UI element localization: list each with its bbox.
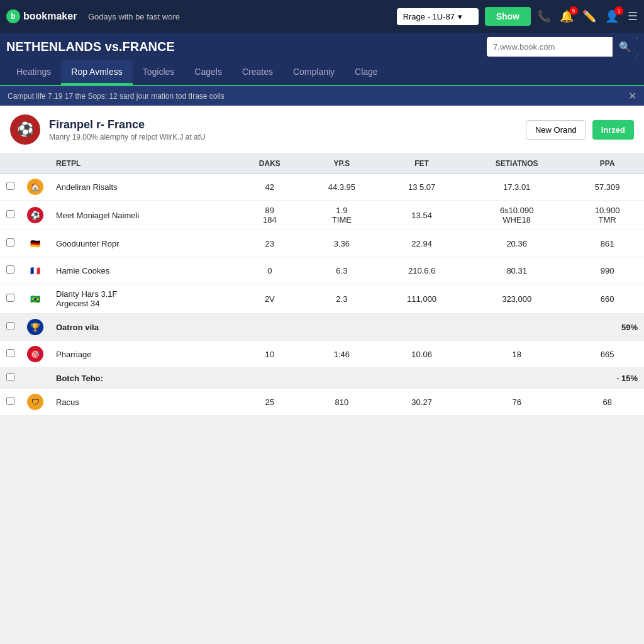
cell-ppa: 861: [570, 230, 644, 257]
col-fet: FET: [380, 154, 463, 174]
edit-icon[interactable]: ✏️: [582, 9, 596, 23]
row-checkbox[interactable]: [6, 322, 14, 330]
col-icon: [21, 154, 50, 174]
search-button[interactable]: 🔍: [613, 37, 638, 57]
cell-name: Racus: [50, 389, 236, 416]
cell-yps: 2.3: [303, 284, 381, 314]
notice-text: Camput life 7.19 17 the Sops: 12 sard jo…: [8, 92, 225, 101]
tab-nav: Heatings Rop Avmless Togicles Cagels Cre…: [0, 60, 644, 86]
cell-fet: 30.27: [380, 389, 463, 416]
dropdown-text: Rrage - 1U-87: [403, 12, 455, 21]
content-area: ⚽ Firanpel r- France Manry 19.00% alemph…: [0, 106, 644, 416]
top-bar-icons: 📞 🔔 5 ✏️ 👤 1 ☰: [537, 9, 638, 23]
menu-icon[interactable]: ☰: [628, 9, 638, 23]
logo-text: bookmaker: [23, 11, 77, 22]
row-checkbox[interactable]: [6, 182, 14, 190]
col-setiatnos: SETIATNOS: [463, 154, 570, 174]
team-icon: 🇧🇷: [27, 291, 43, 307]
section-row: Botch Teho: · 15%: [0, 368, 644, 389]
team-icon: 🇩🇪: [27, 235, 43, 252]
cell-daks: 23: [236, 230, 303, 257]
tab-complaniy[interactable]: Complaniy: [283, 60, 345, 85]
cell-fet: 210.6.6: [380, 257, 463, 284]
table-row: 🛡 Racus 25 810 30.27 76 68: [0, 389, 644, 416]
tab-cagels[interactable]: Cagels: [184, 60, 232, 85]
cell-yps: 1.9 TIME: [303, 201, 381, 230]
cell-name: Gooduunter Ropr: [50, 230, 236, 257]
cell-ppa: 660: [570, 284, 644, 314]
tab-clage[interactable]: Clage: [345, 60, 388, 85]
cell-fet: 13.54: [380, 201, 463, 230]
cell-fet: 10.06: [380, 341, 463, 368]
user-badge: 1: [614, 6, 623, 15]
cell-setiatnos: 323,000: [463, 284, 570, 314]
tab-heatings[interactable]: Heatings: [6, 60, 61, 85]
team-icon: 🏆: [27, 319, 43, 335]
cell-daks: 89 184: [236, 201, 303, 230]
data-table: RETPL DAKS YP.S FET SETIATNOS PPA 🏠 Ande…: [0, 154, 644, 416]
cell-ppa: 57.309: [570, 174, 644, 201]
row-checkbox[interactable]: [6, 265, 14, 274]
user-icon[interactable]: 👤 1: [605, 9, 619, 23]
search-input[interactable]: [487, 38, 613, 55]
cell-yps: 1:46: [303, 341, 381, 368]
match-header: ⚽ Firanpel r- France Manry 19.00% alemph…: [0, 106, 644, 154]
cell-yps: 810: [303, 389, 381, 416]
cell-name: Dianty Hars 3.1F Argecest 34: [50, 284, 236, 314]
row-checkbox[interactable]: [6, 397, 14, 405]
cell-name: Meet Moniagel Naimeli: [50, 201, 236, 230]
match-info: Firanpel r- France Manry 19.00% alemphy …: [49, 118, 517, 142]
cell-name: Pharriage: [50, 341, 236, 368]
phone-icon[interactable]: 📞: [537, 9, 551, 23]
cell-ppa: 68: [570, 389, 644, 416]
row-checkbox[interactable]: [6, 294, 14, 302]
marquee-text: Godays with be fast wore: [88, 12, 391, 21]
table-row: ⚽ Meet Moniagel Naimeli 89 184 1.9 TIME …: [0, 201, 644, 230]
table-header-row: RETPL DAKS YP.S FET SETIATNOS PPA: [0, 154, 644, 174]
row-checkbox[interactable]: [6, 349, 14, 357]
cell-ppa: 10.900 TMR: [570, 201, 644, 230]
col-ppa: PPA: [570, 154, 644, 174]
tab-ropavmless[interactable]: Rop Avmless: [61, 60, 132, 85]
row-checkbox[interactable]: [6, 373, 14, 381]
cell-setiatnos: 6s10.090 WHE18: [463, 201, 570, 230]
search-bar: 🔍: [487, 37, 638, 57]
team-icon: ⚽: [27, 207, 43, 223]
cell-yps: 6.3: [303, 257, 381, 284]
tab-togicles[interactable]: Togicles: [133, 60, 185, 85]
new-orand-button[interactable]: New Orand: [526, 120, 586, 140]
match-name: Firanpel r- France: [49, 118, 517, 131]
cell-daks: 25: [236, 389, 303, 416]
show-button[interactable]: Show: [485, 7, 531, 26]
cell-setiatnos: 80.31: [463, 257, 570, 284]
cell-fet: 13 5.07: [380, 174, 463, 201]
tab-creates[interactable]: Creates: [232, 60, 283, 85]
col-retpl: RETPL: [50, 154, 236, 174]
row-checkbox[interactable]: [6, 210, 14, 218]
range-dropdown[interactable]: Rrage - 1U-87 ▾: [397, 8, 479, 25]
cell-name: Hamie Cookes: [50, 257, 236, 284]
col-daks: DAKS: [236, 154, 303, 174]
table-row: 🏠 Andeliran Risalts 42 44.3.95 13 5.07 1…: [0, 174, 644, 201]
notification-icon[interactable]: 🔔 5: [560, 9, 574, 23]
cell-fet: 111,000: [380, 284, 463, 314]
notification-badge: 5: [569, 6, 578, 15]
section-pct: 59%: [570, 314, 644, 341]
row-checkbox[interactable]: [6, 238, 14, 247]
team-icon: 🎯: [27, 346, 43, 362]
cell-setiatnos: 76: [463, 389, 570, 416]
match-logo: ⚽: [10, 114, 40, 145]
team-icon: 🇫🇷: [27, 262, 43, 279]
section-label: Botch Teho:: [50, 368, 570, 389]
logo-icon: b: [6, 9, 20, 23]
cell-yps: 44.3.95: [303, 174, 381, 201]
team-icon: 🛡: [27, 394, 43, 410]
notice-close-button[interactable]: ✕: [628, 90, 636, 102]
section-label: Oatron vila: [50, 314, 570, 341]
top-bar: b bookmaker Godays with be fast wore Rra…: [0, 0, 644, 33]
cell-setiatnos: 20.36: [463, 230, 570, 257]
cell-daks: 10: [236, 341, 303, 368]
cell-ppa: 990: [570, 257, 644, 284]
col-yps: YP.S: [303, 154, 381, 174]
inrzed-button[interactable]: Inrzed: [592, 120, 634, 140]
